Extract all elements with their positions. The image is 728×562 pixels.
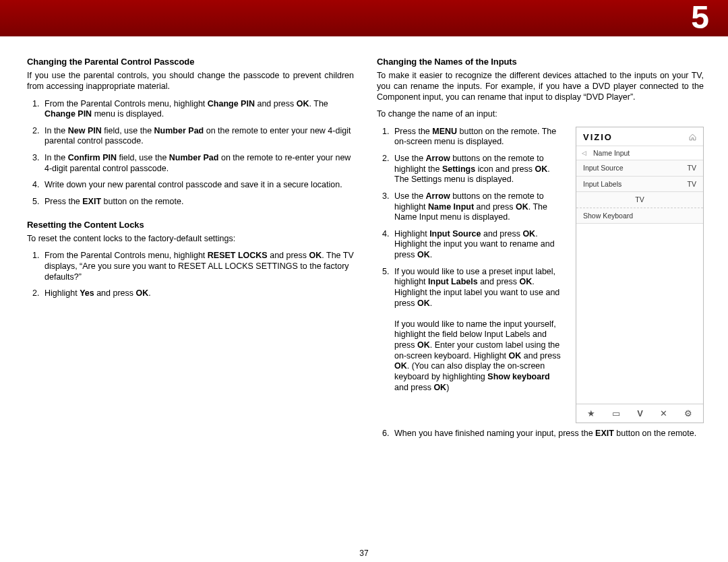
osd-row-input-labels: Input LabelsTV (576, 177, 703, 193)
step: From the Parental Controls menu, highlig… (42, 99, 354, 120)
home-icon (689, 133, 696, 141)
step: Write down your new parental control pas… (42, 180, 354, 191)
chapter-number: 5 (691, 0, 709, 36)
step: Press the MENU button on the remote. The… (392, 127, 566, 148)
right-column: Changing the Names of the Inputs To make… (377, 57, 704, 451)
osd-spacer (576, 224, 703, 404)
step: Use the Arrow buttons on the remote to h… (392, 191, 566, 223)
osd-row-custom-label: TV (576, 192, 703, 208)
step: If you would like to use a preset input … (392, 267, 566, 394)
pip-icon: ▭ (612, 409, 620, 418)
list-reset-locks: From the Parental Controls menu, highlig… (27, 251, 354, 299)
osd-menu-mock: VIZIO ◁ Name Input Input SourceTV Input … (576, 127, 704, 423)
step: In the New PIN field, use the Number Pad… (42, 126, 354, 147)
heading-change-names: Changing the Names of the Inputs (377, 57, 704, 67)
back-arrow-icon: ◁ (582, 150, 586, 156)
step: When you have finished naming your input… (392, 429, 704, 439)
list-name-input: Press the MENU button on the remote. The… (377, 127, 566, 393)
chapter-header-band: 5 (0, 0, 728, 36)
step: From the Parental Controls menu, highlig… (42, 251, 354, 282)
step: In the Confirm PIN field, use the Number… (42, 153, 354, 174)
vizio-logo: VIZIO (583, 133, 613, 142)
para-reset-intro: To reset the content locks to the factor… (27, 234, 354, 245)
left-column: Changing the Parental Control Passcode I… (27, 57, 354, 451)
right-flex-row: Press the MENU button on the remote. The… (377, 127, 704, 423)
osd-row-input-source: Input SourceTV (576, 160, 703, 177)
step: Use the Arrow buttons on the remote to h… (392, 154, 566, 185)
osd-header: VIZIO (576, 127, 703, 146)
osd-crumb-label: Name Input (593, 150, 630, 157)
heading-change-passcode: Changing the Parental Control Passcode (27, 57, 354, 67)
star-icon: ★ (587, 409, 595, 418)
v-icon: V (637, 409, 643, 418)
list-change-passcode: From the Parental Controls menu, highlig… (27, 99, 354, 208)
close-icon: ✕ (660, 409, 667, 418)
osd-breadcrumb: ◁ Name Input (576, 146, 703, 161)
step: Press the EXIT button on the remote. (42, 197, 354, 208)
step: Highlight Input Source and press OK. Hig… (392, 229, 566, 261)
para-inputs-intro: To make it easier to recognize the diffe… (377, 71, 704, 102)
para-passcode-intro: If you use the parental controls, you sh… (27, 71, 354, 92)
step: Highlight Yes and press OK. (42, 288, 354, 299)
osd-row-show-keyboard: Show Keyboard (576, 208, 703, 224)
heading-reset-locks: Resetting the Content Locks (27, 220, 354, 230)
gear-icon: ⚙ (684, 409, 692, 418)
page-number: 37 (359, 549, 368, 558)
list-name-input-cont: When you have finished naming your input… (377, 429, 704, 439)
para-inputs-lead: To change the name of an input: (377, 109, 704, 120)
right-steps-text: Press the MENU button on the remote. The… (377, 127, 566, 423)
page-body: Changing the Parental Control Passcode I… (0, 36, 728, 451)
osd-footer: ★ ▭ V ✕ ⚙ (576, 404, 703, 423)
